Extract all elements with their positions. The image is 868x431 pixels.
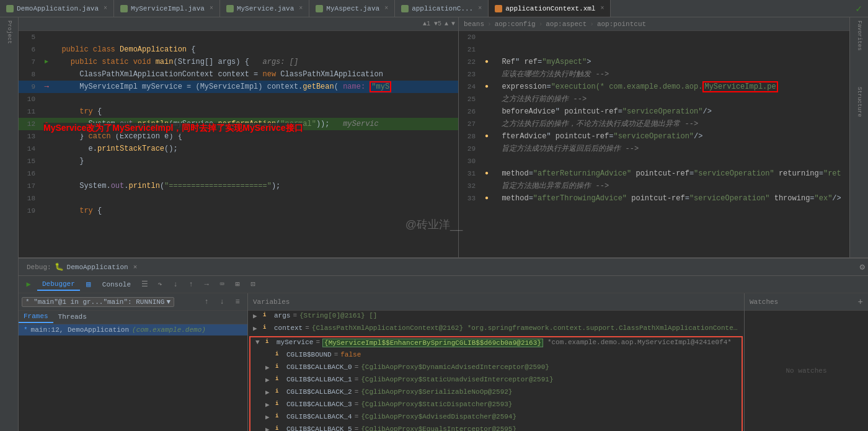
var-callback-5: ▶ i CGLIB$CALLBACK_5 = {CglibAopProxy$Eq… — [250, 424, 742, 431]
close-icon[interactable]: × — [478, 5, 482, 12]
favorites-icon[interactable]: Favorites — [852, 20, 866, 51]
xml-line: 28 ● fterAdvice″ pointcut-ref="serviceOp… — [459, 130, 849, 143]
debug-label: Debug: — [27, 264, 51, 271]
xml-line: 29 旨定方法成功执行并返回后后的操作 --> — [459, 143, 849, 155]
sidebar-project-icon[interactable]: Project — [2, 20, 16, 44]
code-line: 16 — [19, 167, 458, 180]
thread-dropdown[interactable]: * "main"@1 in gr..."main": RUNNING ▼ — [22, 297, 174, 307]
watches-header: Watches + — [745, 293, 868, 311]
tab-bar: DemoApplication.java × MyServiceImpl.jav… — [0, 0, 868, 17]
frame-item[interactable]: * main:12, DemoApplication (com.example.… — [19, 324, 247, 335]
breakpoint-gutter[interactable]: ▶ — [40, 56, 53, 68]
tab-demo-app[interactable]: DemoApplication.java × — [0, 0, 114, 17]
left-sidebar: Project — [0, 17, 19, 431]
check-mark: ✓ — [856, 2, 868, 15]
code-line: 5 — [19, 31, 458, 43]
xml-line: 25 之方法执行前的操作 --> — [459, 93, 849, 105]
java-icon — [226, 5, 234, 12]
xml-icon — [495, 5, 502, 12]
tab-debugger[interactable]: Debugger — [37, 278, 80, 291]
debug-frames-panel: * "main"@1 in gr..."main": RUNNING ▼ ↑ ↓… — [19, 293, 248, 431]
debug-step-over[interactable]: ↷ — [153, 278, 167, 291]
var-callback-1: ▶ i CGLIB$CALLBACK_1 = {CglibAopProxy$St… — [250, 375, 742, 387]
frames-toolbar: * "main"@1 in gr..."main": RUNNING ▼ ↑ ↓… — [19, 293, 247, 311]
filter-btn[interactable]: ≡ — [231, 296, 244, 308]
debug-close[interactable]: × — [133, 264, 138, 271]
watches-content: No watches — [745, 311, 868, 431]
close-icon[interactable]: × — [104, 5, 107, 12]
debug-title: Debug: 🐛 DemoApplication × — [22, 262, 142, 272]
debug-variables-panel: Variables ▶ i args = {String[0]@2 — [248, 293, 744, 431]
code-line: 6 public class DemoApplication { — [19, 43, 458, 56]
tab-my-aspect[interactable]: MyAspect.java × — [309, 0, 395, 17]
var-myservice-group: ▼ i myService = {MyServiceImpl$$Enhancer… — [249, 336, 743, 431]
up-thread-btn[interactable]: ↑ — [200, 296, 213, 308]
xml-line: 24 ● expression="execution(* com.example… — [459, 81, 849, 93]
settings-icon[interactable]: ⚙ — [860, 262, 865, 272]
xml-line: 30 — [459, 155, 849, 167]
close-icon[interactable]: × — [210, 5, 213, 12]
debug-panel: Debug: 🐛 DemoApplication × ⚙ ▶ Debugger … — [19, 257, 868, 431]
frames-list: * main:12, DemoApplication (com.example.… — [19, 324, 247, 431]
debug-resume-btn[interactable]: ▶ — [22, 278, 35, 291]
java-icon — [6, 5, 14, 12]
tab-app-context1[interactable]: applicationC... × — [395, 0, 489, 17]
editor-toolbar: ▲1 ▼5 ▲ ▼ — [19, 17, 458, 31]
debug-layout-btn[interactable]: ☰ — [138, 278, 151, 291]
up-arrow[interactable]: ▲ — [445, 20, 448, 27]
code-line: 10 — [19, 93, 458, 105]
xml-line: 33 ● method="afterThrowingAdvice" pointc… — [459, 192, 849, 205]
xml-line: 23 应该在哪些方法执行时触发 --> — [459, 68, 849, 81]
code-line: 14 e.printStackTrace(); — [19, 143, 458, 155]
tab-my-service-impl[interactable]: MyServiceImpl.java × — [114, 0, 220, 17]
debug-step-out[interactable]: ↑ — [184, 278, 198, 291]
tab-threads[interactable]: Threads — [53, 311, 92, 323]
tab-app-context-xml[interactable]: applicationContext.xml × — [489, 0, 611, 17]
java-icon — [120, 5, 128, 12]
code-lines-left: MyService改为了MyServiceImpl，同时去掉了实现MySeriv… — [19, 31, 458, 257]
down-arrow[interactable]: ▼ — [451, 20, 455, 27]
debug-run-cursor[interactable]: → — [200, 278, 213, 291]
var-callback-3: ▶ i CGLIB$CALLBACK_3 = {CglibAopProxy$St… — [250, 399, 742, 412]
debug-more2[interactable]: ⊡ — [246, 278, 260, 291]
var-cglib-bound: i CGLIB$BOUND = false — [250, 350, 742, 362]
close-icon[interactable]: × — [600, 5, 604, 12]
debug-content-area: * "main"@1 in gr..."main": RUNNING ▼ ↑ ↓… — [19, 293, 868, 431]
xml-line: 20 — [459, 31, 849, 43]
debug-watches-panel: Watches + No watches — [744, 293, 868, 431]
annotation-overlay: MyService改为了MyServiceImpl，同时去掉了实现MySeriv… — [43, 123, 303, 134]
close-icon[interactable]: × — [299, 5, 303, 12]
debug-icon: 🐛 — [55, 262, 64, 272]
watches-actions: + — [858, 297, 863, 307]
debug-step-into[interactable]: ↓ — [169, 278, 182, 291]
breadcrumb: beans › aop:config › aop:aspect › aop:po… — [459, 17, 849, 31]
var-callback-0: ▶ i CGLIB$CALLBACK_0 = {CglibAopProxy$Dy… — [250, 362, 742, 375]
variables-title: Variables — [253, 298, 290, 306]
variables-header: Variables — [248, 293, 744, 311]
code-line: 18 — [19, 192, 458, 205]
var-myservice: ▼ i myService = {MyServiceImpl$$Enhancer… — [250, 337, 742, 350]
code-line: 7 ▶ public static void main(String[] arg… — [19, 56, 458, 68]
debug-app-name: DemoApplication — [67, 264, 128, 271]
debug-evaluate[interactable]: ⌨ — [215, 278, 229, 291]
down-thread-btn[interactable]: ↓ — [215, 296, 229, 308]
xml-line: 22 ● Ref″ ref="myAspect"> — [459, 56, 849, 68]
code-line: 11 try { — [19, 105, 458, 118]
debug-more[interactable]: ⊞ — [231, 278, 244, 291]
debug-tab-bar: Debug: 🐛 DemoApplication × ⚙ — [19, 259, 868, 276]
code-editor-left: ▲1 ▼5 ▲ ▼ MyService改为了MyServiceImpl，同时去掉… — [19, 17, 459, 257]
xml-line: 31 ● method="afterReturningAdvice" point… — [459, 167, 849, 180]
tab-console[interactable]: Console — [97, 278, 136, 291]
watches-title: Watches — [750, 298, 778, 306]
tab-frames[interactable]: Frames — [19, 311, 53, 323]
structure-icon[interactable]: Structure — [852, 87, 866, 117]
close-icon[interactable]: × — [384, 5, 388, 12]
var-args: ▶ i args = {String[0]@2161} [] — [248, 311, 744, 323]
debug-console-icon[interactable]: ▤ — [82, 278, 95, 291]
tab-my-service[interactable]: MyService.java × — [220, 0, 309, 17]
frames-tabs: Frames Threads — [19, 311, 247, 324]
var-callback-2: ▶ i CGLIB$CALLBACK_2 = {CglibAopProxy$Se… — [250, 387, 742, 399]
xml-line: 32 旨定方法抛出异常后的操作 --> — [459, 180, 849, 192]
add-watch-btn[interactable]: + — [858, 297, 863, 307]
variables-list: ▶ i args = {String[0]@2161} [] ▶ i conte — [248, 311, 744, 431]
